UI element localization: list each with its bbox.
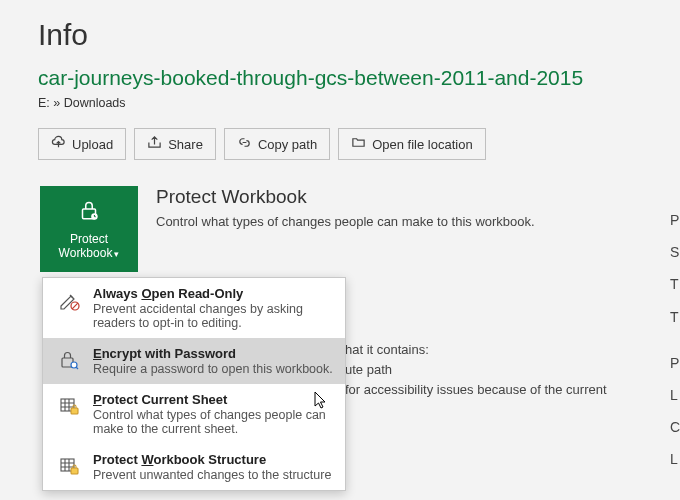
copy-path-label: Copy path [258, 137, 317, 152]
action-row: Upload Share Copy path Open file locatio… [0, 128, 680, 186]
upload-icon [51, 135, 66, 153]
menu-protect-current-sheet[interactable]: Protect Current Sheet Control what types… [43, 384, 345, 444]
upload-label: Upload [72, 137, 113, 152]
folder-icon [351, 135, 366, 153]
menu-always-open-read-only[interactable]: Always Open Read-Only Prevent accidental… [43, 278, 345, 338]
protect-heading: Protect Workbook [156, 186, 535, 208]
link-icon [237, 135, 252, 153]
menu-protect-workbook-structure[interactable]: Protect Workbook Structure Prevent unwan… [43, 444, 345, 490]
share-icon [147, 135, 162, 153]
upload-button[interactable]: Upload [38, 128, 126, 160]
tile-line1: Protect [70, 232, 108, 246]
open-location-label: Open file location [372, 137, 472, 152]
sheet-lock-icon [55, 392, 83, 436]
svg-rect-8 [71, 468, 78, 474]
file-name: car-journeys-booked-through-gcs-between-… [0, 66, 680, 96]
tile-line2: Workbook [59, 246, 113, 260]
protect-desc: Control what types of changes people can… [156, 214, 535, 229]
share-button[interactable]: Share [134, 128, 216, 160]
breadcrumb-drive: E: » [38, 96, 64, 110]
properties-panel-edge: PSTT PLCL [670, 204, 680, 476]
open-location-button[interactable]: Open file location [338, 128, 485, 160]
breadcrumb[interactable]: E: » Downloads [0, 96, 680, 128]
menu-desc: Control what types of changes people can… [93, 408, 333, 436]
protect-section: ProtectWorkbook▾ Protect Workbook Contro… [0, 186, 680, 272]
protect-workbook-tile[interactable]: ProtectWorkbook▾ [40, 186, 138, 272]
copy-path-button[interactable]: Copy path [224, 128, 330, 160]
chevron-down-icon: ▾ [114, 249, 119, 259]
menu-encrypt-with-password[interactable]: Encrypt with Password Require a password… [43, 338, 345, 384]
protect-workbook-menu: Always Open Read-Only Prevent accidental… [42, 277, 346, 491]
share-label: Share [168, 137, 203, 152]
lock-search-icon [55, 346, 83, 376]
lock-icon [76, 197, 102, 231]
svg-rect-6 [71, 408, 78, 414]
inspect-section-fragment: hat it contains: ute path for accessibil… [345, 340, 607, 400]
menu-desc: Require a password to open this workbook… [93, 362, 333, 376]
breadcrumb-folder[interactable]: Downloads [64, 96, 126, 110]
menu-desc: Prevent accidental changes by asking rea… [93, 302, 333, 330]
page-title: Info [0, 0, 680, 66]
menu-desc: Prevent unwanted changes to the structur… [93, 468, 333, 482]
grid-lock-icon [55, 452, 83, 482]
pencil-prohibit-icon [55, 286, 83, 330]
